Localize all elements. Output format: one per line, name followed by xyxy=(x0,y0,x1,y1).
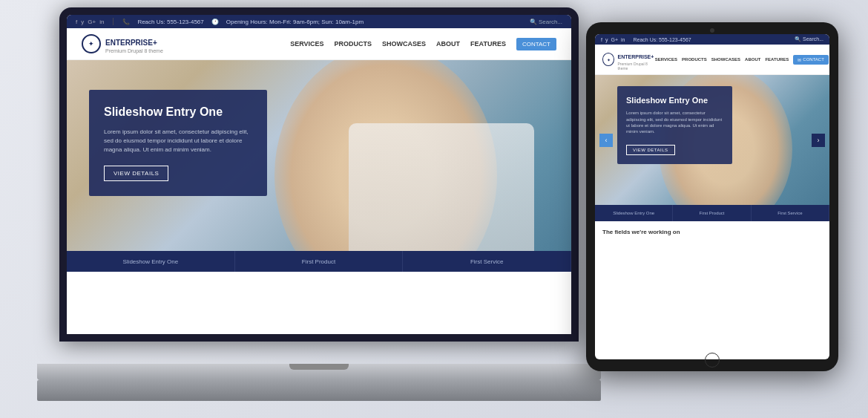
laptop-slide-card: Slideshow Entry One Lorem ipsum dolor si… xyxy=(89,90,267,196)
tablet-body-text: The fields we're working on xyxy=(602,229,822,235)
tab-nav-services[interactable]: SERVICES xyxy=(655,57,677,62)
tablet-screen: f y G+ in Reach Us: 555-123-4567 🔍 Searc… xyxy=(595,34,829,359)
twitter-icon[interactable]: y xyxy=(81,19,84,25)
laptop-base xyxy=(37,364,601,380)
tab-footer-service[interactable]: First Service xyxy=(752,205,829,221)
tablet-bezel: f y G+ in Reach Us: 555-123-4567 🔍 Searc… xyxy=(586,22,838,371)
tab-twitter-icon[interactable]: y xyxy=(605,37,608,42)
logo-icon: ✦ xyxy=(82,34,101,53)
laptop-screen-bezel: f y G+ in 📞 Reach Us: 555-123-4567 🕐 Ope… xyxy=(59,7,579,342)
googleplus-icon[interactable]: G+ xyxy=(88,19,96,25)
nav-about[interactable]: ABOUT xyxy=(436,40,460,48)
tab-nav-about[interactable]: ABOUT xyxy=(745,57,760,62)
laptop-footer-bar: Slideshow Entry One First Product First … xyxy=(67,251,571,272)
laptop-contact-info: 📞 Reach Us: 555-123-4567 🕐 Opening Hours… xyxy=(122,19,364,25)
tablet-hero: ‹ Slideshow Entry One Lorem ipsum dolor … xyxy=(595,75,829,205)
footer-tab-product[interactable]: First Product xyxy=(235,251,404,272)
tablet-body: The fields we're working on xyxy=(595,221,829,243)
facebook-icon[interactable]: f xyxy=(76,19,77,25)
laptop-nav: SERVICES PRODUCTS SHOWCASES ABOUT FEATUR… xyxy=(290,38,556,50)
tab-logo-text: ENTERPRISE+ Premium Drupal 8 theme xyxy=(617,48,654,71)
logo-text: ENTERPRISE+ Premium Drupal 8 theme xyxy=(105,35,163,53)
view-details-button[interactable]: VIEW DETAILS xyxy=(104,166,168,181)
topbar-divider xyxy=(113,18,114,25)
tab-contact-button[interactable]: ✉ CONTACT xyxy=(793,55,829,65)
nav-products[interactable]: PRODUCTS xyxy=(335,40,372,48)
slide-title: Slideshow Entry One xyxy=(104,105,252,120)
tab-facebook-icon[interactable]: f xyxy=(601,37,602,42)
tab-slide-body: Lorem ipsum dolor sit amet, consectetur … xyxy=(626,110,723,135)
tab-nav-products[interactable]: PRODUCTS xyxy=(682,57,707,62)
clock-icon: 🕐 xyxy=(211,19,219,25)
tab-footer-slideshow[interactable]: Slideshow Entry One xyxy=(595,205,673,221)
laptop-logo: ✦ ENTERPRISE+ Premium Drupal 8 theme xyxy=(82,34,163,53)
tablet-topbar: f y G+ in Reach Us: 555-123-4567 🔍 Searc… xyxy=(595,34,829,45)
linkedin-icon[interactable]: in xyxy=(99,19,104,25)
contact-button[interactable]: CONTACT xyxy=(516,38,556,50)
tablet-nav: SERVICES PRODUCTS SHOWCASES ABOUT FEATUR… xyxy=(655,55,829,65)
laptop-device: f y G+ in 📞 Reach Us: 555-123-4567 🕐 Ope… xyxy=(37,7,601,401)
phone-number: Reach Us: 555-123-4567 xyxy=(137,19,203,25)
tab-slide-title: Slideshow Entry One xyxy=(626,95,723,105)
tablet-slide-card: Slideshow Entry One Lorem ipsum dolor si… xyxy=(617,86,732,164)
tab-phone: Reach Us: 555-123-4567 xyxy=(633,37,691,42)
laptop-screen: f y G+ in 📞 Reach Us: 555-123-4567 🕐 Ope… xyxy=(67,15,571,334)
slide-prev-button[interactable]: ‹ xyxy=(599,134,613,147)
tablet-home-button[interactable] xyxy=(705,353,720,368)
phone-icon: 📞 xyxy=(122,19,130,25)
tab-footer-product[interactable]: First Product xyxy=(673,205,751,221)
contact-icon: ✉ xyxy=(798,57,801,62)
laptop-foot xyxy=(37,380,601,401)
laptop-hero: Slideshow Entry One Lorem ipsum dolor si… xyxy=(67,60,571,272)
footer-tab-service[interactable]: First Service xyxy=(403,251,571,272)
tablet-device: f y G+ in Reach Us: 555-123-4567 🔍 Searc… xyxy=(586,22,838,371)
tab-view-details-button[interactable]: VIEW DETAILS xyxy=(626,145,675,155)
slide-body: Lorem ipsum dolor sit amet, consectetur … xyxy=(104,128,252,154)
tablet-header: ✦ ENTERPRISE+ Premium Drupal 8 theme SER… xyxy=(595,45,829,75)
tablet-logo: ✦ ENTERPRISE+ Premium Drupal 8 theme xyxy=(602,48,655,71)
hours-text: Opening Hours: Mon-Fri: 9am-6pm; Sun: 10… xyxy=(226,19,364,25)
tablet-social-icons: f y G+ in xyxy=(601,37,625,42)
tab-nav-features[interactable]: FEATURES xyxy=(765,57,789,62)
laptop-topbar: f y G+ in 📞 Reach Us: 555-123-4567 🕐 Ope… xyxy=(67,15,571,28)
tab-logo-icon: ✦ xyxy=(602,53,614,66)
tablet-camera xyxy=(710,28,714,33)
tab-search[interactable]: 🔍 Search... xyxy=(795,36,823,42)
laptop-header: ✦ ENTERPRISE+ Premium Drupal 8 theme SER… xyxy=(67,28,571,60)
tab-linkedin-icon[interactable]: in xyxy=(621,37,625,42)
slide-next-button[interactable]: › xyxy=(812,134,825,147)
tab-googleplus-icon[interactable]: G+ xyxy=(611,37,618,42)
nav-features[interactable]: FEATURES xyxy=(470,40,506,48)
nav-services[interactable]: SERVICES xyxy=(290,40,323,48)
nav-showcases[interactable]: SHOWCASES xyxy=(382,40,426,48)
tab-nav-showcases[interactable]: SHOWCASES xyxy=(711,57,740,62)
footer-tab-slideshow[interactable]: Slideshow Entry One xyxy=(67,251,235,272)
tablet-footer-bar: Slideshow Entry One First Product First … xyxy=(595,205,829,221)
laptop-social-icons: f y G+ in xyxy=(76,19,104,25)
laptop-search[interactable]: 🔍 Search... xyxy=(530,19,562,25)
